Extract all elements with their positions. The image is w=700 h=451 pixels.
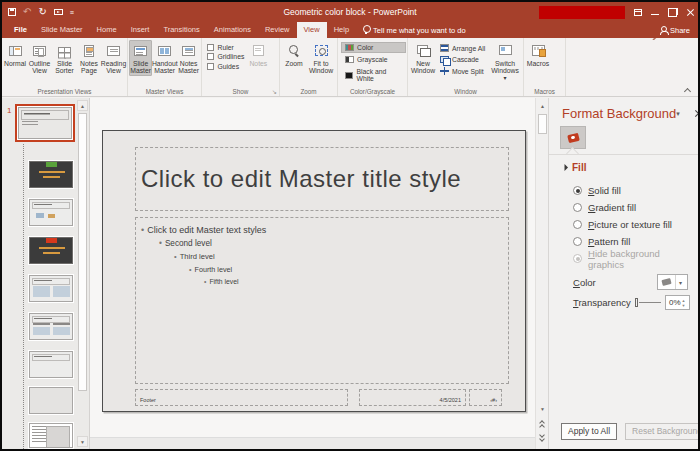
show-dialog-launcher-icon[interactable]: ↘ bbox=[272, 89, 277, 95]
handout-master-button[interactable]: Handout Master bbox=[152, 40, 177, 76]
master-slide-thumbnail-selected[interactable] bbox=[15, 104, 75, 142]
save-icon[interactable] bbox=[8, 8, 16, 16]
transparency-slider[interactable] bbox=[635, 298, 661, 308]
footer-placeholder[interactable]: Footer bbox=[135, 389, 348, 406]
bullet-level-4: •Fourth level bbox=[189, 265, 508, 274]
black-and-white-button[interactable]: Black and White bbox=[341, 66, 406, 84]
tab-help[interactable]: Help bbox=[327, 22, 356, 38]
color-picker-button[interactable]: ▾ bbox=[657, 274, 688, 290]
customize-qat-icon[interactable]: ≡ bbox=[70, 9, 75, 16]
notes-page-button[interactable]: Notes Page bbox=[77, 40, 101, 76]
gridlines-checkbox-row[interactable]: Gridlines bbox=[207, 53, 244, 60]
tab-file[interactable]: File bbox=[7, 22, 34, 38]
solid-fill-radio[interactable] bbox=[573, 186, 582, 195]
gradient-fill-radio[interactable] bbox=[573, 203, 582, 212]
zoom-button[interactable]: Zoom bbox=[281, 40, 307, 68]
picture-texture-fill-radio[interactable] bbox=[573, 220, 582, 229]
ruler-checkbox-row[interactable]: Ruler bbox=[207, 44, 244, 51]
transparency-slider-thumb[interactable] bbox=[635, 298, 639, 307]
tab-home[interactable]: Home bbox=[90, 22, 124, 38]
move-split-button[interactable]: Move Split bbox=[437, 66, 489, 76]
fill-section-header[interactable]: Fill bbox=[562, 162, 586, 173]
slide-number-placeholder[interactable]: ‹#› bbox=[469, 389, 502, 406]
layout-thumbnail-comparison[interactable] bbox=[28, 312, 74, 341]
start-slideshow-icon[interactable] bbox=[54, 9, 63, 15]
tab-insert[interactable]: Insert bbox=[124, 22, 157, 38]
layout-thumbnail-content-caption[interactable] bbox=[28, 422, 74, 449]
body-placeholder[interactable]: •Click to edit Master text styles •Secon… bbox=[135, 217, 509, 384]
gradient-fill-option[interactable]: Gradient fill bbox=[573, 199, 692, 216]
thumbnail-scrollbar-thumb[interactable] bbox=[78, 113, 87, 391]
format-background-pane: Format Background ▾ Fill Solid fill bbox=[548, 98, 698, 449]
tab-transitions[interactable]: Transitions bbox=[156, 22, 206, 38]
slide-canvas[interactable]: Click to edit Master title style •Click … bbox=[102, 130, 526, 412]
grayscale-button[interactable]: Grayscale bbox=[341, 54, 406, 65]
minimize-icon[interactable] bbox=[651, 8, 659, 16]
restore-icon[interactable] bbox=[668, 8, 677, 17]
vertical-scrollbar[interactable]: ▲ ▼ bbox=[535, 98, 548, 449]
collapse-ribbon-icon[interactable] bbox=[684, 88, 691, 93]
slide-sorter-button[interactable]: Slide Sorter bbox=[52, 40, 77, 76]
scroll-up-icon[interactable]: ▲ bbox=[537, 101, 548, 112]
color-button[interactable]: Color bbox=[341, 42, 406, 53]
fill-options: Solid fill Gradient fill Picture or text… bbox=[573, 182, 692, 267]
switch-windows-button[interactable]: Switch Windows ▾ bbox=[489, 40, 521, 82]
tab-view[interactable]: View bbox=[297, 22, 327, 38]
layout-thumbnail-two-content[interactable] bbox=[28, 274, 74, 303]
hide-background-graphics-label: Hide background graphics bbox=[588, 248, 692, 270]
tell-me-box[interactable]: Tell me what you want to do bbox=[362, 22, 466, 38]
scrollbar-thumb[interactable] bbox=[538, 114, 547, 134]
horizontal-scrollbar-strip[interactable] bbox=[90, 437, 535, 449]
redo-icon[interactable]: ↻ bbox=[38, 7, 46, 17]
zoom-icon bbox=[288, 45, 300, 57]
pattern-fill-radio[interactable] bbox=[573, 237, 582, 246]
thumbnail-scroll-up-icon[interactable]: ▲ bbox=[77, 100, 88, 111]
normal-view-icon bbox=[9, 46, 22, 56]
gridlines-checkbox[interactable] bbox=[207, 53, 214, 60]
solid-fill-option[interactable]: Solid fill bbox=[573, 182, 692, 199]
normal-view-button[interactable]: Normal bbox=[3, 40, 27, 68]
transparency-spinbox[interactable]: 0% ▲ ▼ bbox=[665, 295, 690, 310]
slide-master-button[interactable]: Slide Master bbox=[129, 40, 152, 76]
new-window-button[interactable]: New Window bbox=[409, 40, 437, 76]
color-mode-icon bbox=[345, 44, 354, 51]
picture-texture-fill-option[interactable]: Picture or texture fill bbox=[573, 216, 692, 233]
spin-down-icon[interactable]: ▼ bbox=[682, 303, 686, 308]
layout-thumbnail-title-dark-red[interactable] bbox=[28, 236, 74, 265]
date-text: 4/5/2021 bbox=[440, 397, 461, 403]
undo-icon[interactable]: ↶ bbox=[23, 7, 31, 17]
outline-view-button[interactable]: Outline View bbox=[27, 40, 52, 76]
previous-slide-button[interactable] bbox=[537, 419, 548, 430]
fill-tab-button[interactable] bbox=[560, 126, 586, 149]
layout-thumbnail-blank[interactable] bbox=[28, 386, 74, 415]
layout-thumbnail-title-dark-green[interactable] bbox=[28, 160, 74, 189]
notes-master-button[interactable]: Notes Master bbox=[177, 40, 200, 76]
title-placeholder[interactable]: Click to edit Master title style bbox=[135, 147, 509, 211]
apply-to-all-button[interactable]: Apply to All bbox=[561, 423, 617, 440]
guides-checkbox-row[interactable]: Guides bbox=[207, 63, 244, 70]
macros-button[interactable]: Macros bbox=[525, 40, 551, 68]
cascade-button[interactable]: Cascade bbox=[437, 55, 489, 65]
next-slide-button[interactable] bbox=[537, 432, 548, 443]
thumbnail-scroll-down-icon[interactable]: ▼ bbox=[77, 436, 88, 447]
move-split-label: Move Split bbox=[452, 68, 484, 75]
close-icon[interactable] bbox=[686, 8, 695, 17]
layout-thumbnail-title-content[interactable] bbox=[28, 198, 74, 227]
thumbnail-scrollbar[interactable]: ▲ ▼ bbox=[77, 100, 88, 447]
powerpoint-window: ↶ ↻ ≡ Geometric color block - PowerPoint… bbox=[0, 0, 700, 451]
tab-slide-master[interactable]: Slide Master bbox=[34, 22, 90, 38]
ribbon-display-options-icon[interactable] bbox=[634, 9, 642, 16]
pane-options-caret-icon[interactable]: ▾ bbox=[676, 110, 680, 118]
share-button[interactable]: Share bbox=[660, 22, 690, 38]
arrange-all-button[interactable]: Arrange All bbox=[437, 43, 489, 53]
reading-view-button[interactable]: Reading View bbox=[101, 40, 126, 76]
layout-thumbnail-title-only[interactable] bbox=[28, 350, 74, 379]
guides-checkbox[interactable] bbox=[207, 63, 214, 70]
tab-review[interactable]: Review bbox=[258, 22, 297, 38]
ruler-checkbox[interactable] bbox=[207, 44, 214, 51]
master-title-text: Click to edit Master title style bbox=[136, 165, 461, 193]
date-placeholder[interactable]: 4/5/2021 bbox=[359, 389, 466, 406]
scroll-down-icon[interactable]: ▼ bbox=[537, 404, 548, 415]
fit-to-window-button[interactable]: Fit to Window bbox=[307, 40, 335, 76]
tab-animations[interactable]: Animations bbox=[207, 22, 258, 38]
